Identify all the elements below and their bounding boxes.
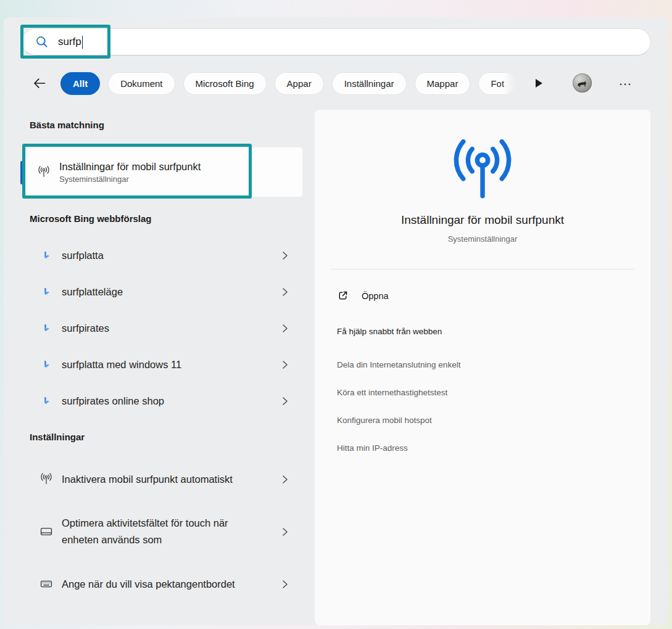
tab-microsoft-bing[interactable]: Microsoft Bing bbox=[183, 72, 267, 95]
bing-suggestion-row[interactable]: surfplatta med windows 11 bbox=[26, 350, 305, 379]
search-window: surfp Allt Dokument Microsoft Bing Appar… bbox=[4, 17, 668, 625]
text-caret bbox=[82, 36, 83, 49]
bing-suggestion-row[interactable]: surfpirates online shop bbox=[26, 386, 305, 416]
help-link[interactable]: Konfigurera mobil hotspot bbox=[337, 416, 432, 425]
bing-suggestion-label: surfplatta med windows 11 bbox=[62, 356, 253, 373]
help-link[interactable]: Köra ett internethastighetstest bbox=[337, 388, 447, 397]
back-arrow-icon[interactable] bbox=[30, 74, 49, 92]
best-match-subtitle: Systeminställningar bbox=[59, 175, 201, 184]
open-action[interactable]: Öppna bbox=[337, 290, 389, 302]
bing-suggestion-row[interactable]: surfpirates bbox=[26, 313, 305, 343]
preview-panel: Inställningar för mobil surfpunkt System… bbox=[315, 110, 650, 625]
chevron-right-icon bbox=[282, 360, 289, 369]
tab-allt[interactable]: Allt bbox=[60, 72, 100, 95]
bing-suggestion-label: surfpirates online shop bbox=[62, 393, 253, 409]
hotspot-icon-large bbox=[447, 139, 518, 207]
bing-icon bbox=[39, 323, 53, 334]
hotspot-icon bbox=[39, 473, 53, 485]
chevron-right-icon bbox=[282, 580, 289, 589]
hotspot-icon bbox=[37, 166, 51, 178]
search-icon bbox=[35, 35, 49, 49]
tab-dokument[interactable]: Dokument bbox=[108, 72, 175, 95]
bing-icon bbox=[39, 359, 53, 371]
help-link[interactable]: Dela din Internetanslutning enkelt bbox=[337, 360, 460, 369]
chevron-right-icon bbox=[282, 251, 289, 260]
filter-pills: Allt Dokument Microsoft Bing Appar Instä… bbox=[60, 72, 529, 95]
web-help-header: Få hjälp snabbt från webben bbox=[337, 327, 442, 336]
tab-installningar[interactable]: Inställningar bbox=[332, 72, 407, 95]
best-match-header: Bästa matchning bbox=[30, 120, 104, 130]
settings-result-row[interactable]: Ange när du vill visa pektangentbordet bbox=[26, 567, 305, 601]
chevron-right-icon bbox=[282, 324, 289, 333]
best-match-item[interactable]: Inställningar för mobil surfpunkt System… bbox=[26, 147, 302, 197]
settings-section-header: Inställningar bbox=[30, 432, 85, 442]
bing-suggestion-label: surfpirates bbox=[62, 320, 253, 337]
tabs-scroll-right-icon[interactable] bbox=[534, 78, 543, 88]
user-avatar[interactable] bbox=[573, 73, 592, 92]
selection-indicator bbox=[20, 161, 23, 184]
more-options-icon[interactable]: … bbox=[618, 72, 633, 90]
chevron-right-icon bbox=[282, 287, 289, 297]
settings-result-label: Optimera aktivitetsfältet för touch när … bbox=[62, 515, 253, 548]
preview-subtitle: Systeminställningar bbox=[315, 234, 650, 244]
tab-mappar[interactable]: Mappar bbox=[415, 72, 471, 95]
help-link[interactable]: Hitta min IP-adress bbox=[337, 443, 408, 453]
touch-keyboard-icon bbox=[39, 577, 53, 591]
settings-result-row[interactable]: Inaktivera mobil surfpunkt automatiskt bbox=[26, 462, 305, 496]
settings-result-label: Inaktivera mobil surfpunkt automatiskt bbox=[62, 471, 253, 488]
tab-appar[interactable]: Appar bbox=[275, 72, 324, 95]
bing-icon bbox=[39, 395, 53, 407]
bing-icon bbox=[39, 250, 53, 261]
search-input[interactable]: surfp bbox=[22, 28, 651, 56]
settings-result-label: Ange när du vill visa pektangentbordet bbox=[62, 576, 253, 593]
chevron-right-icon bbox=[282, 475, 289, 484]
preview-title: Inställningar för mobil surfpunkt bbox=[315, 213, 650, 227]
bing-suggestions-header: Microsoft Bing webbförslag bbox=[30, 213, 152, 224]
chevron-right-icon bbox=[282, 527, 289, 536]
best-match-title: Inställningar för mobil surfpunkt bbox=[59, 161, 201, 173]
chevron-right-icon bbox=[282, 397, 289, 406]
tab-foton-clipped[interactable]: Fot bbox=[478, 72, 516, 95]
divider bbox=[331, 269, 634, 269]
tablet-icon bbox=[39, 525, 53, 538]
open-label: Öppna bbox=[362, 291, 389, 301]
bing-suggestion-label: surfplatta bbox=[62, 247, 253, 264]
bing-suggestion-row[interactable]: surfplatteläge bbox=[26, 277, 305, 306]
open-external-icon bbox=[337, 290, 349, 302]
bing-icon bbox=[39, 286, 53, 298]
avatar-animal-silhouette bbox=[576, 79, 589, 88]
bing-suggestion-label: surfplatteläge bbox=[62, 284, 253, 300]
settings-result-row[interactable]: Optimera aktivitetsfältet för touch när … bbox=[26, 514, 305, 549]
bing-suggestion-row[interactable]: surfplatta bbox=[26, 240, 305, 270]
search-query-text: surfp bbox=[58, 36, 81, 48]
filter-tabs-row: Allt Dokument Microsoft Bing Appar Instä… bbox=[22, 69, 651, 97]
